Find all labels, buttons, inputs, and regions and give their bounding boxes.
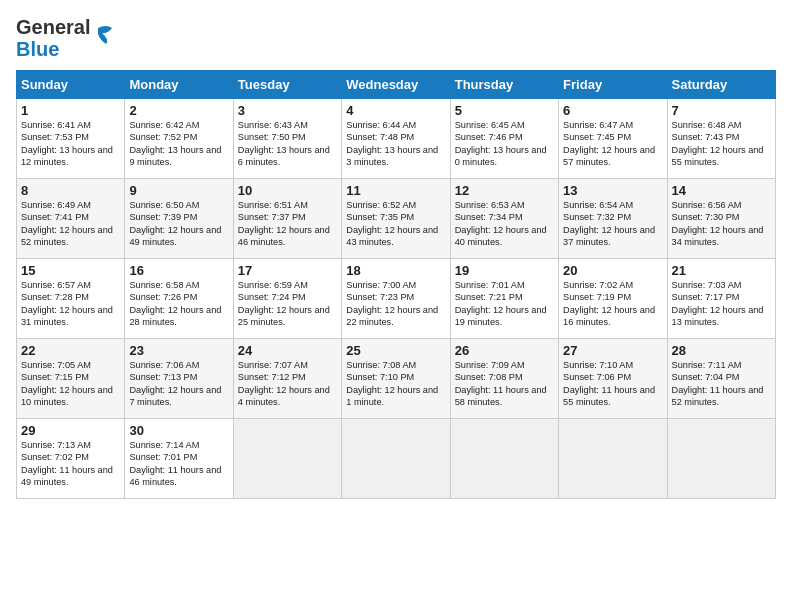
col-tuesday: Tuesday xyxy=(233,71,341,99)
day-number: 10 xyxy=(238,183,337,198)
calendar-cell: 7Sunrise: 6:48 AMSunset: 7:43 PMDaylight… xyxy=(667,99,775,179)
cell-info: Sunrise: 7:08 AMSunset: 7:10 PMDaylight:… xyxy=(346,359,445,409)
calendar-cell: 12Sunrise: 6:53 AMSunset: 7:34 PMDayligh… xyxy=(450,179,558,259)
cell-info: Sunrise: 6:58 AMSunset: 7:26 PMDaylight:… xyxy=(129,279,228,329)
cell-info: Sunrise: 6:45 AMSunset: 7:46 PMDaylight:… xyxy=(455,119,554,169)
calendar-cell: 25Sunrise: 7:08 AMSunset: 7:10 PMDayligh… xyxy=(342,339,450,419)
header-row: Sunday Monday Tuesday Wednesday Thursday… xyxy=(17,71,776,99)
col-saturday: Saturday xyxy=(667,71,775,99)
calendar-cell xyxy=(233,419,341,499)
calendar-cell: 26Sunrise: 7:09 AMSunset: 7:08 PMDayligh… xyxy=(450,339,558,419)
calendar-cell: 23Sunrise: 7:06 AMSunset: 7:13 PMDayligh… xyxy=(125,339,233,419)
cell-info: Sunrise: 6:48 AMSunset: 7:43 PMDaylight:… xyxy=(672,119,771,169)
cell-info: Sunrise: 7:07 AMSunset: 7:12 PMDaylight:… xyxy=(238,359,337,409)
cell-info: Sunrise: 6:52 AMSunset: 7:35 PMDaylight:… xyxy=(346,199,445,249)
calendar-cell: 24Sunrise: 7:07 AMSunset: 7:12 PMDayligh… xyxy=(233,339,341,419)
day-number: 16 xyxy=(129,263,228,278)
cell-info: Sunrise: 7:03 AMSunset: 7:17 PMDaylight:… xyxy=(672,279,771,329)
cell-info: Sunrise: 6:49 AMSunset: 7:41 PMDaylight:… xyxy=(21,199,120,249)
day-number: 8 xyxy=(21,183,120,198)
cell-info: Sunrise: 6:44 AMSunset: 7:48 PMDaylight:… xyxy=(346,119,445,169)
calendar-cell: 10Sunrise: 6:51 AMSunset: 7:37 PMDayligh… xyxy=(233,179,341,259)
logo-blue: Blue xyxy=(16,38,90,60)
col-wednesday: Wednesday xyxy=(342,71,450,99)
day-number: 26 xyxy=(455,343,554,358)
cell-info: Sunrise: 6:50 AMSunset: 7:39 PMDaylight:… xyxy=(129,199,228,249)
calendar-cell: 6Sunrise: 6:47 AMSunset: 7:45 PMDaylight… xyxy=(559,99,667,179)
calendar-week-5: 29Sunrise: 7:13 AMSunset: 7:02 PMDayligh… xyxy=(17,419,776,499)
calendar-table: Sunday Monday Tuesday Wednesday Thursday… xyxy=(16,70,776,499)
calendar-cell: 30Sunrise: 7:14 AMSunset: 7:01 PMDayligh… xyxy=(125,419,233,499)
cell-info: Sunrise: 7:00 AMSunset: 7:23 PMDaylight:… xyxy=(346,279,445,329)
calendar-week-3: 15Sunrise: 6:57 AMSunset: 7:28 PMDayligh… xyxy=(17,259,776,339)
logo: General Blue xyxy=(16,16,118,60)
cell-info: Sunrise: 6:54 AMSunset: 7:32 PMDaylight:… xyxy=(563,199,662,249)
cell-info: Sunrise: 6:57 AMSunset: 7:28 PMDaylight:… xyxy=(21,279,120,329)
cell-info: Sunrise: 7:05 AMSunset: 7:15 PMDaylight:… xyxy=(21,359,120,409)
day-number: 27 xyxy=(563,343,662,358)
cell-info: Sunrise: 6:47 AMSunset: 7:45 PMDaylight:… xyxy=(563,119,662,169)
cell-info: Sunrise: 6:42 AMSunset: 7:52 PMDaylight:… xyxy=(129,119,228,169)
calendar-cell: 11Sunrise: 6:52 AMSunset: 7:35 PMDayligh… xyxy=(342,179,450,259)
day-number: 28 xyxy=(672,343,771,358)
calendar-cell: 8Sunrise: 6:49 AMSunset: 7:41 PMDaylight… xyxy=(17,179,125,259)
day-number: 19 xyxy=(455,263,554,278)
day-number: 3 xyxy=(238,103,337,118)
cell-info: Sunrise: 7:09 AMSunset: 7:08 PMDaylight:… xyxy=(455,359,554,409)
day-number: 29 xyxy=(21,423,120,438)
day-number: 22 xyxy=(21,343,120,358)
day-number: 23 xyxy=(129,343,228,358)
col-sunday: Sunday xyxy=(17,71,125,99)
logo-general: General xyxy=(16,16,90,38)
calendar-cell: 9Sunrise: 6:50 AMSunset: 7:39 PMDaylight… xyxy=(125,179,233,259)
day-number: 7 xyxy=(672,103,771,118)
day-number: 9 xyxy=(129,183,228,198)
calendar-cell: 5Sunrise: 6:45 AMSunset: 7:46 PMDaylight… xyxy=(450,99,558,179)
day-number: 24 xyxy=(238,343,337,358)
day-number: 1 xyxy=(21,103,120,118)
calendar-week-2: 8Sunrise: 6:49 AMSunset: 7:41 PMDaylight… xyxy=(17,179,776,259)
day-number: 17 xyxy=(238,263,337,278)
day-number: 18 xyxy=(346,263,445,278)
calendar-cell: 28Sunrise: 7:11 AMSunset: 7:04 PMDayligh… xyxy=(667,339,775,419)
day-number: 14 xyxy=(672,183,771,198)
day-number: 2 xyxy=(129,103,228,118)
cell-info: Sunrise: 6:59 AMSunset: 7:24 PMDaylight:… xyxy=(238,279,337,329)
calendar-cell xyxy=(342,419,450,499)
day-number: 6 xyxy=(563,103,662,118)
calendar-week-1: 1Sunrise: 6:41 AMSunset: 7:53 PMDaylight… xyxy=(17,99,776,179)
col-monday: Monday xyxy=(125,71,233,99)
calendar-cell: 13Sunrise: 6:54 AMSunset: 7:32 PMDayligh… xyxy=(559,179,667,259)
day-number: 30 xyxy=(129,423,228,438)
calendar-cell: 4Sunrise: 6:44 AMSunset: 7:48 PMDaylight… xyxy=(342,99,450,179)
calendar-cell xyxy=(450,419,558,499)
cell-info: Sunrise: 6:51 AMSunset: 7:37 PMDaylight:… xyxy=(238,199,337,249)
day-number: 15 xyxy=(21,263,120,278)
calendar-cell xyxy=(559,419,667,499)
day-number: 13 xyxy=(563,183,662,198)
day-number: 21 xyxy=(672,263,771,278)
col-thursday: Thursday xyxy=(450,71,558,99)
calendar-cell: 14Sunrise: 6:56 AMSunset: 7:30 PMDayligh… xyxy=(667,179,775,259)
calendar-cell: 15Sunrise: 6:57 AMSunset: 7:28 PMDayligh… xyxy=(17,259,125,339)
calendar-cell xyxy=(667,419,775,499)
cell-info: Sunrise: 7:01 AMSunset: 7:21 PMDaylight:… xyxy=(455,279,554,329)
calendar-cell: 17Sunrise: 6:59 AMSunset: 7:24 PMDayligh… xyxy=(233,259,341,339)
cell-info: Sunrise: 7:14 AMSunset: 7:01 PMDaylight:… xyxy=(129,439,228,489)
cell-info: Sunrise: 7:13 AMSunset: 7:02 PMDaylight:… xyxy=(21,439,120,489)
col-friday: Friday xyxy=(559,71,667,99)
cell-info: Sunrise: 7:06 AMSunset: 7:13 PMDaylight:… xyxy=(129,359,228,409)
day-number: 4 xyxy=(346,103,445,118)
day-number: 25 xyxy=(346,343,445,358)
calendar-cell: 19Sunrise: 7:01 AMSunset: 7:21 PMDayligh… xyxy=(450,259,558,339)
logo-bird-icon xyxy=(92,24,118,52)
day-number: 5 xyxy=(455,103,554,118)
calendar-cell: 27Sunrise: 7:10 AMSunset: 7:06 PMDayligh… xyxy=(559,339,667,419)
cell-info: Sunrise: 7:10 AMSunset: 7:06 PMDaylight:… xyxy=(563,359,662,409)
cell-info: Sunrise: 6:41 AMSunset: 7:53 PMDaylight:… xyxy=(21,119,120,169)
cell-info: Sunrise: 6:56 AMSunset: 7:30 PMDaylight:… xyxy=(672,199,771,249)
calendar-cell: 18Sunrise: 7:00 AMSunset: 7:23 PMDayligh… xyxy=(342,259,450,339)
cell-info: Sunrise: 6:53 AMSunset: 7:34 PMDaylight:… xyxy=(455,199,554,249)
calendar-cell: 29Sunrise: 7:13 AMSunset: 7:02 PMDayligh… xyxy=(17,419,125,499)
day-number: 12 xyxy=(455,183,554,198)
